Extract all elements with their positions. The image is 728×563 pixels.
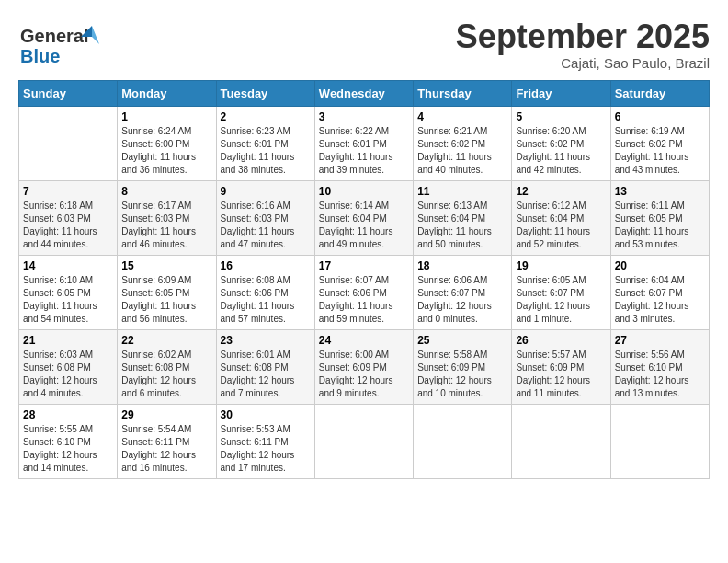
week-row-4: 21Sunrise: 6:03 AMSunset: 6:08 PMDayligh… — [19, 329, 710, 404]
calendar-cell — [19, 106, 118, 180]
calendar-cell: 1Sunrise: 6:24 AMSunset: 6:00 PMDaylight… — [118, 106, 216, 180]
day-number: 23 — [221, 334, 311, 347]
cell-info: Sunrise: 5:55 AMSunset: 6:10 PMDaylight:… — [23, 424, 97, 473]
location: Cajati, Sao Paulo, Brazil — [456, 55, 710, 71]
cell-info: Sunrise: 5:53 AMSunset: 6:11 PMDaylight:… — [221, 424, 295, 473]
cell-info: Sunrise: 6:10 AMSunset: 6:05 PMDaylight:… — [23, 275, 97, 324]
day-number: 22 — [121, 334, 211, 347]
weekday-header-row: SundayMondayTuesdayWednesdayThursdayFrid… — [19, 80, 710, 106]
week-row-5: 28Sunrise: 5:55 AMSunset: 6:10 PMDayligh… — [19, 404, 710, 478]
cell-info: Sunrise: 6:01 AMSunset: 6:08 PMDaylight:… — [221, 350, 295, 398]
cell-info: Sunrise: 6:19 AMSunset: 6:02 PMDaylight:… — [615, 126, 689, 175]
calendar-cell: 28Sunrise: 5:55 AMSunset: 6:10 PMDayligh… — [19, 404, 118, 478]
calendar-cell: 15Sunrise: 6:09 AMSunset: 6:05 PMDayligh… — [118, 255, 216, 329]
day-number: 27 — [615, 334, 705, 347]
day-number: 14 — [23, 259, 113, 272]
cell-info: Sunrise: 6:07 AMSunset: 6:06 PMDaylight:… — [319, 275, 393, 324]
day-number: 1 — [121, 110, 211, 123]
weekday-header-saturday: Saturday — [610, 80, 709, 106]
day-number: 11 — [417, 185, 507, 198]
cell-info: Sunrise: 6:23 AMSunset: 6:01 PMDaylight:… — [221, 126, 295, 175]
calendar-cell: 3Sunrise: 6:22 AMSunset: 6:01 PMDaylight… — [314, 106, 413, 180]
calendar-cell: 29Sunrise: 5:54 AMSunset: 6:11 PMDayligh… — [118, 404, 216, 478]
logo: General Blue — [18, 18, 101, 69]
calendar-cell — [414, 404, 512, 478]
calendar-cell — [314, 404, 413, 478]
calendar-cell: 11Sunrise: 6:13 AMSunset: 6:04 PMDayligh… — [414, 180, 512, 255]
calendar-cell: 23Sunrise: 6:01 AMSunset: 6:08 PMDayligh… — [216, 329, 314, 404]
day-number: 9 — [221, 185, 311, 198]
calendar-cell: 27Sunrise: 5:56 AMSunset: 6:10 PMDayligh… — [610, 329, 709, 404]
cell-info: Sunrise: 6:03 AMSunset: 6:08 PMDaylight:… — [23, 350, 97, 398]
calendar-cell: 25Sunrise: 5:58 AMSunset: 6:09 PMDayligh… — [414, 329, 512, 404]
weekday-header-sunday: Sunday — [19, 80, 118, 106]
cell-info: Sunrise: 6:20 AMSunset: 6:02 PMDaylight:… — [516, 126, 590, 175]
calendar-cell: 7Sunrise: 6:18 AMSunset: 6:03 PMDaylight… — [19, 180, 118, 255]
calendar-cell: 5Sunrise: 6:20 AMSunset: 6:02 PMDaylight… — [512, 106, 610, 180]
weekday-header-tuesday: Tuesday — [216, 80, 314, 106]
calendar-cell: 4Sunrise: 6:21 AMSunset: 6:02 PMDaylight… — [414, 106, 512, 180]
cell-info: Sunrise: 6:08 AMSunset: 6:06 PMDaylight:… — [221, 275, 295, 324]
day-number: 16 — [221, 259, 311, 272]
week-row-1: 1Sunrise: 6:24 AMSunset: 6:00 PMDaylight… — [19, 106, 710, 180]
day-number: 6 — [615, 110, 705, 123]
title-block: September 2025 Cajati, Sao Paulo, Brazil — [456, 18, 710, 71]
day-number: 17 — [319, 259, 409, 272]
calendar-cell: 18Sunrise: 6:06 AMSunset: 6:07 PMDayligh… — [414, 255, 512, 329]
calendar-cell — [610, 404, 709, 478]
day-number: 3 — [319, 110, 409, 123]
calendar-cell: 9Sunrise: 6:16 AMSunset: 6:03 PMDaylight… — [216, 180, 314, 255]
cell-info: Sunrise: 6:24 AMSunset: 6:00 PMDaylight:… — [121, 126, 196, 175]
cell-info: Sunrise: 6:16 AMSunset: 6:03 PMDaylight:… — [221, 201, 295, 249]
cell-info: Sunrise: 5:54 AMSunset: 6:11 PMDaylight:… — [121, 424, 196, 473]
calendar-cell: 24Sunrise: 6:00 AMSunset: 6:09 PMDayligh… — [314, 329, 413, 404]
day-number: 25 — [417, 334, 507, 347]
cell-info: Sunrise: 6:21 AMSunset: 6:02 PMDaylight:… — [417, 126, 492, 175]
cell-info: Sunrise: 5:56 AMSunset: 6:10 PMDaylight:… — [615, 350, 689, 398]
calendar-cell: 10Sunrise: 6:14 AMSunset: 6:04 PMDayligh… — [314, 180, 413, 255]
cell-info: Sunrise: 6:00 AMSunset: 6:09 PMDaylight:… — [319, 350, 393, 398]
weekday-header-monday: Monday — [118, 80, 216, 106]
calendar-table: SundayMondayTuesdayWednesdayThursdayFrid… — [18, 80, 710, 479]
calendar-cell: 14Sunrise: 6:10 AMSunset: 6:05 PMDayligh… — [19, 255, 118, 329]
weekday-header-friday: Friday — [512, 80, 610, 106]
day-number: 12 — [516, 185, 606, 198]
cell-info: Sunrise: 6:18 AMSunset: 6:03 PMDaylight:… — [23, 201, 97, 249]
day-number: 8 — [121, 185, 211, 198]
week-row-3: 14Sunrise: 6:10 AMSunset: 6:05 PMDayligh… — [19, 255, 710, 329]
calendar-cell: 16Sunrise: 6:08 AMSunset: 6:06 PMDayligh… — [216, 255, 314, 329]
day-number: 4 — [417, 110, 507, 123]
svg-text:General: General — [20, 26, 88, 46]
calendar-cell: 12Sunrise: 6:12 AMSunset: 6:04 PMDayligh… — [512, 180, 610, 255]
weekday-header-thursday: Thursday — [414, 80, 512, 106]
week-row-2: 7Sunrise: 6:18 AMSunset: 6:03 PMDaylight… — [19, 180, 710, 255]
cell-info: Sunrise: 5:58 AMSunset: 6:09 PMDaylight:… — [417, 350, 492, 398]
calendar-cell: 30Sunrise: 5:53 AMSunset: 6:11 PMDayligh… — [216, 404, 314, 478]
day-number: 7 — [23, 185, 113, 198]
day-number: 28 — [23, 408, 113, 421]
weekday-header-wednesday: Wednesday — [314, 80, 413, 106]
calendar-cell: 21Sunrise: 6:03 AMSunset: 6:08 PMDayligh… — [19, 329, 118, 404]
page-header: General Blue September 2025 Cajati, Sao … — [18, 18, 710, 71]
cell-info: Sunrise: 6:04 AMSunset: 6:07 PMDaylight:… — [615, 275, 689, 324]
cell-info: Sunrise: 6:12 AMSunset: 6:04 PMDaylight:… — [516, 201, 590, 249]
calendar-cell: 13Sunrise: 6:11 AMSunset: 6:05 PMDayligh… — [610, 180, 709, 255]
day-number: 30 — [221, 408, 311, 421]
calendar-cell — [512, 404, 610, 478]
day-number: 21 — [23, 334, 113, 347]
calendar-cell: 2Sunrise: 6:23 AMSunset: 6:01 PMDaylight… — [216, 106, 314, 180]
cell-info: Sunrise: 6:02 AMSunset: 6:08 PMDaylight:… — [121, 350, 196, 398]
calendar-cell: 20Sunrise: 6:04 AMSunset: 6:07 PMDayligh… — [610, 255, 709, 329]
cell-info: Sunrise: 6:06 AMSunset: 6:07 PMDaylight:… — [417, 275, 492, 324]
day-number: 5 — [516, 110, 606, 123]
day-number: 19 — [516, 259, 606, 272]
calendar-cell: 26Sunrise: 5:57 AMSunset: 6:09 PMDayligh… — [512, 329, 610, 404]
cell-info: Sunrise: 6:17 AMSunset: 6:03 PMDaylight:… — [121, 201, 196, 249]
day-number: 15 — [121, 259, 211, 272]
day-number: 24 — [319, 334, 409, 347]
cell-info: Sunrise: 6:14 AMSunset: 6:04 PMDaylight:… — [319, 201, 393, 249]
month-title: September 2025 — [456, 18, 710, 55]
cell-info: Sunrise: 6:13 AMSunset: 6:04 PMDaylight:… — [417, 201, 492, 249]
svg-text:Blue: Blue — [20, 46, 60, 66]
day-number: 10 — [319, 185, 409, 198]
